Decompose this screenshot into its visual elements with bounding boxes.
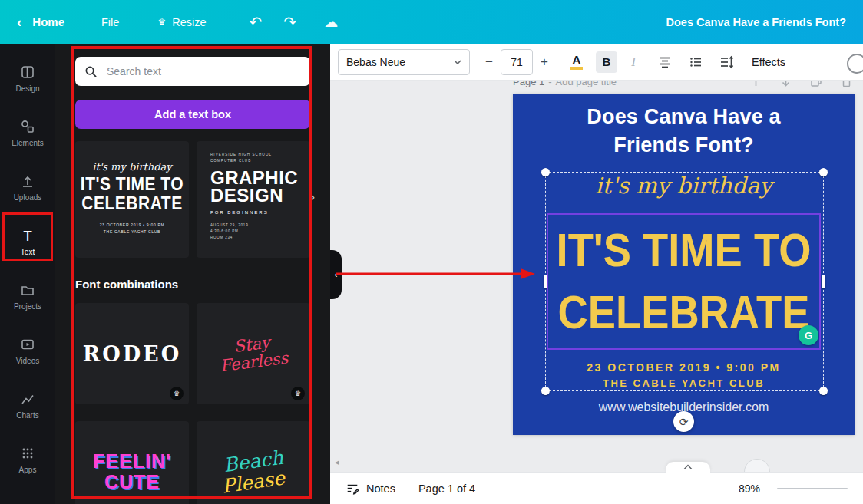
sidebar-item-design[interactable]: Design [0, 51, 55, 106]
zoom-slider[interactable] [777, 488, 848, 489]
combo-text: FEELIN' CUTE [93, 451, 171, 493]
chevron-down-icon [454, 60, 461, 64]
home-label: Home [32, 15, 64, 28]
template-preview: RIVERSIDE HIGH SCHOOL COMPUTER CLUB GRAP… [197, 141, 310, 241]
effects-button[interactable]: Effects [752, 56, 785, 68]
resize-handle-middle-right[interactable] [822, 275, 825, 288]
cloud-save-icon[interactable]: ☁ [324, 14, 338, 31]
top-header: ‹ Home File ♛ Resize ↶ ↷ ☁ Does Canva Ha… [0, 0, 863, 44]
folder-icon [20, 282, 35, 298]
sidebar-item-videos[interactable]: Videos [0, 324, 55, 378]
combo-line2: CUTE [93, 472, 171, 493]
template-top-text: RIVERSIDE HIGH SCHOOL COMPUTER CLUB [210, 152, 310, 163]
sidebar-item-text[interactable]: T Text [0, 215, 55, 269]
template-card-graphic-design[interactable]: RIVERSIDE HIGH SCHOOL COMPUTER CLUB GRAP… [197, 141, 310, 258]
search-input[interactable] [105, 64, 301, 78]
combo-card-stay-fearless[interactable]: Stay Fearless ♛ [197, 303, 310, 404]
move-page-up-icon[interactable] [750, 81, 762, 87]
bottom-bar: Notes Page 1 of 4 89% [330, 472, 863, 504]
expand-panel-tab[interactable] [666, 462, 710, 473]
script-text-element[interactable]: it's my birthday [513, 173, 855, 199]
design-page[interactable]: Does Canva Have a Friends Font? it's my … [513, 94, 855, 435]
combo-card-beach-please[interactable]: Beach Please [197, 421, 310, 504]
carousel-next-icon[interactable]: › [311, 190, 315, 204]
template-sub-line2: THE CABLE YACHT CLUB [75, 229, 189, 236]
template-details-text: AUGUST 29, 2019 4:30-6:00 PM ROOM 234 [210, 222, 310, 241]
sidebar-item-elements[interactable]: Elements [0, 106, 55, 160]
line-spacing-button[interactable] [719, 54, 735, 70]
page-heading-line2: Friends Font? [513, 131, 855, 160]
duplicate-page-icon[interactable] [810, 81, 822, 87]
add-text-box-label: Add a text box [154, 108, 231, 120]
notes-label: Notes [366, 483, 395, 495]
text-color-letter: A [573, 54, 581, 65]
template-main-line2: CELEBRATE [75, 194, 189, 212]
transparency-icon[interactable] [847, 54, 863, 74]
template-top-line2: COMPUTER CLUB [210, 158, 310, 164]
text-align-button[interactable] [657, 54, 673, 70]
page-heading-line1: Does Canva Have a [513, 103, 855, 131]
combo-card-feelin-cute[interactable]: FEELIN' CUTE [75, 421, 189, 504]
font-size-increase-button[interactable]: + [533, 54, 556, 70]
grammarly-badge[interactable]: G [799, 325, 818, 345]
font-combinations-row2: FEELIN' CUTE Beach Please [75, 421, 310, 504]
page-heading[interactable]: Does Canva Have a Friends Font? [513, 103, 855, 160]
file-menu[interactable]: File [101, 16, 119, 28]
uploads-icon [20, 173, 35, 189]
zoom-level: 89% [739, 483, 760, 495]
spacing-icon [719, 54, 735, 70]
template-script-text: it's my birthday [75, 161, 189, 173]
combo-card-rodeo[interactable]: RODEO ♛ [75, 303, 189, 404]
rotate-handle[interactable]: ⟳ [673, 411, 694, 432]
page-label-row: Page 1 - Add page title [513, 81, 852, 87]
italic-button[interactable]: I [625, 54, 642, 70]
template-preview: it's my birthday IT'S TIME TO CELEBRATE … [75, 141, 189, 236]
design-icon [20, 64, 35, 80]
sidebar-label: Elements [12, 139, 44, 147]
main-text-line1: IT'S TIME TO [557, 220, 812, 282]
date-text-element[interactable]: 23 OCTOBER 2019 • 9:00 PM [513, 361, 855, 374]
scroll-left-icon[interactable]: ◂ [335, 457, 339, 467]
template-sub-line1: 23 OCTOBER 2019 • 9:00 PM [75, 222, 189, 229]
elements-icon [20, 119, 35, 134]
template-detail-line2: 4:30-6:00 PM [210, 229, 310, 235]
combo-line1: FEELIN' [93, 451, 171, 473]
undo-button[interactable]: ↶ [249, 13, 262, 31]
pro-badge: ♛ [170, 387, 184, 400]
home-button[interactable]: ‹ Home [17, 15, 64, 29]
floating-button[interactable] [744, 459, 770, 472]
add-text-box-button[interactable]: Add a text box [75, 100, 310, 129]
document-title: Does Canva Have a Friends Font? [666, 16, 846, 28]
font-size-decrease-button[interactable]: − [478, 54, 501, 70]
bold-button[interactable]: B [596, 51, 617, 73]
sidebar-item-charts[interactable]: Charts [0, 378, 55, 433]
crown-icon: ♛ [174, 390, 180, 397]
combo-text: RODEO [83, 342, 181, 366]
search-box[interactable] [75, 57, 310, 86]
font-family-select[interactable]: Bebas Neue [338, 49, 470, 75]
collapse-chevron-icon: ‹ [335, 269, 338, 280]
page-title-placeholder[interactable]: Add page title [556, 81, 617, 87]
template-card-birthday[interactable]: it's my birthday IT'S TIME TO CELEBRATE … [75, 141, 189, 258]
bullet-list-button[interactable] [688, 54, 703, 70]
panel-collapse-handle[interactable]: ‹ [330, 250, 342, 299]
sidebar-item-projects[interactable]: Projects [0, 269, 55, 324]
venue-text-element[interactable]: THE CABLE YACHT CLUB [513, 377, 855, 389]
font-size-value[interactable]: 71 [501, 49, 533, 75]
main-text-element[interactable]: IT'S TIME TO CELEBRATE [551, 206, 816, 357]
redo-button[interactable]: ↷ [283, 13, 296, 31]
template-main-line2: DESIGN [210, 187, 310, 205]
page-indicator[interactable]: Page 1 of 4 [418, 483, 475, 495]
move-page-down-icon[interactable] [780, 81, 792, 87]
sidebar-item-apps[interactable]: Apps [0, 433, 55, 487]
pro-badge: ♛ [291, 387, 305, 400]
sidebar-label: Apps [19, 466, 37, 474]
text-toolbar: Bebas Neue − 71 + A B I Effects [330, 44, 863, 81]
crown-icon: ♛ [295, 390, 301, 397]
notes-button[interactable]: Notes [346, 482, 395, 496]
delete-page-icon[interactable] [841, 81, 852, 87]
text-color-button[interactable]: A [567, 54, 587, 70]
resize-menu[interactable]: ♛ Resize [157, 16, 206, 28]
apps-grid-icon [20, 446, 35, 461]
sidebar-item-uploads[interactable]: Uploads [0, 160, 55, 215]
